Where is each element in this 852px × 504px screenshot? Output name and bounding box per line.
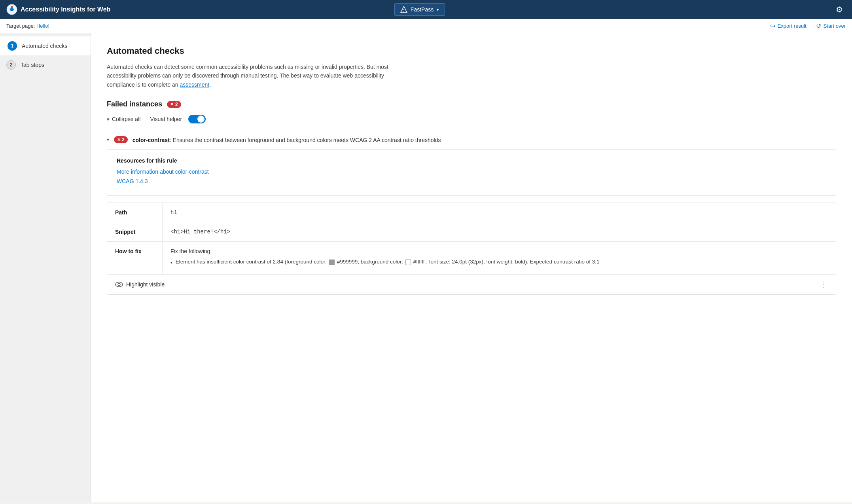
export-icon: ↪ [770, 22, 775, 30]
assessment-link[interactable]: assessment [180, 81, 209, 88]
target-label: Target page: [6, 23, 35, 29]
path-row: Path h1 [107, 203, 836, 222]
path-value: h1 [163, 203, 836, 222]
sidebar: 1 Automated checks 2 Tab stops [0, 33, 91, 502]
fix-suffix: , font size: 24.0pt (32px), font weight:… [426, 259, 599, 265]
visual-helper-label: Visual helper [150, 116, 182, 122]
svg-point-7 [118, 283, 120, 286]
fix-intro-text: Fix the following: [170, 248, 828, 254]
target-page-link[interactable]: Hello! [36, 23, 49, 29]
svg-point-2 [11, 6, 13, 8]
svg-point-6 [115, 282, 123, 287]
step-1-circle: 1 [8, 41, 17, 51]
svg-point-5 [403, 11, 404, 12]
resources-section: Resources for this rule More information… [107, 150, 836, 196]
main-layout: 1 Automated checks 2 Tab stops Automated… [0, 33, 852, 502]
path-label: Path [107, 203, 163, 222]
export-result-button[interactable]: ↪ Export result [770, 22, 807, 30]
toolbar-row: ▾ Collapse all Visual helper [107, 115, 836, 123]
snippet-label: Snippet [107, 222, 163, 241]
highlight-row: Highlight visible ⋮ [107, 274, 836, 294]
fail-x-icon: ✕ [170, 102, 174, 107]
bg-color-label: #ffffff [413, 259, 425, 265]
sidebar-item-tab-stops[interactable]: 2 Tab stops [0, 55, 91, 74]
visual-helper-toggle[interactable] [188, 115, 206, 123]
fastpass-icon [400, 6, 407, 13]
rule-description: color-contrast: Ensures the contrast bet… [133, 136, 441, 144]
failed-instances-badge: ✕ 2 [167, 101, 181, 108]
fastpass-chevron: ▾ [437, 7, 439, 12]
rule-count: 2 [122, 137, 125, 142]
logo-icon [6, 4, 17, 15]
rule-desc-text: Ensures the contrast between foreground … [173, 137, 441, 143]
collapse-all-button[interactable]: ▾ Collapse all [107, 116, 140, 122]
step-2-circle: 2 [6, 60, 16, 70]
target-info: Target page: Hello! [6, 23, 49, 29]
refresh-icon: ↺ [816, 22, 821, 30]
visual-helper-control: Visual helper [150, 115, 206, 123]
fg-color-label: #999999 [337, 259, 358, 265]
rule-color-contrast-row[interactable]: ▾ ✕ 2 color-contrast: Ensures the contra… [107, 131, 836, 149]
snippet-value: <h1>Hi there!</h1> [163, 222, 836, 241]
fastpass-dropdown[interactable]: FastPass ▾ [394, 3, 445, 16]
snippet-row: Snippet <h1>Hi there!</h1> [107, 222, 836, 242]
highlight-visible-section: Highlight visible [115, 280, 165, 288]
failed-count: 2 [175, 102, 178, 107]
sidebar-automated-checks-label: Automated checks [22, 43, 67, 49]
settings-button[interactable]: ⚙ [833, 3, 846, 16]
fix-bullet-text: Element has insufficient color contrast … [176, 258, 600, 266]
how-to-fix-label: How to fix [107, 242, 163, 274]
main-content: Automated checks Automated checks can de… [91, 33, 852, 502]
start-over-label: Start over [824, 23, 846, 29]
sidebar-tab-stops-label: Tab stops [21, 62, 44, 68]
highlight-visible-label: Highlight visible [126, 281, 165, 288]
fg-color-swatch [329, 260, 335, 265]
collapse-all-label: Collapse all [112, 116, 140, 122]
page-title: Automated checks [107, 46, 836, 56]
sidebar-item-automated-checks[interactable]: 1 Automated checks [0, 36, 91, 55]
fix-text-1: Element has insufficient color contrast … [176, 259, 327, 265]
bg-color-swatch [405, 260, 411, 265]
eye-icon [115, 280, 123, 288]
fix-bullet-item: • Element has insufficient color contras… [170, 258, 828, 267]
collapse-chevron-icon: ▾ [107, 116, 110, 122]
svg-point-1 [10, 8, 13, 11]
how-to-fix-value: Fix the following: • Element has insuffi… [163, 242, 836, 274]
target-bar-actions: ↪ Export result ↺ Start over [770, 22, 846, 30]
failed-instances-header: Failed instances ✕ 2 [107, 100, 836, 108]
app-header: Accessibility Insights for Web FastPass … [0, 0, 852, 19]
description-text-1: Automated checks can detect some common … [107, 64, 388, 88]
color-contrast-info-link[interactable]: More information about color-contrast [117, 169, 826, 175]
failed-instances-title: Failed instances [107, 100, 162, 108]
rule-panel: Resources for this rule More information… [107, 149, 836, 196]
rule-fail-badge: ✕ 2 [114, 136, 128, 143]
page-description: Automated checks can detect some common … [107, 63, 407, 89]
instance-table: Path h1 Snippet <h1>Hi there!</h1> How t… [107, 203, 836, 295]
target-bar: Target page: Hello! ↪ Export result ↺ St… [0, 19, 852, 33]
start-over-button[interactable]: ↺ Start over [816, 22, 846, 30]
app-name: Accessibility Insights for Web [21, 6, 110, 13]
description-end: . [209, 81, 211, 88]
resources-title: Resources for this rule [117, 157, 826, 164]
rule-chevron-icon: ▾ [107, 137, 109, 142]
wcag-link[interactable]: WCAG 1.4.3 [117, 178, 826, 184]
fastpass-label: FastPass [411, 6, 434, 13]
bullet-dot: • [170, 259, 172, 267]
app-logo: Accessibility Insights for Web [6, 4, 394, 15]
how-to-fix-row: How to fix Fix the following: • Element … [107, 242, 836, 274]
export-label: Export result [778, 23, 807, 29]
rule-name: color-contrast [133, 137, 170, 143]
rule-x-icon: ✕ [117, 137, 121, 142]
more-options-button[interactable]: ⋮ [820, 280, 828, 289]
